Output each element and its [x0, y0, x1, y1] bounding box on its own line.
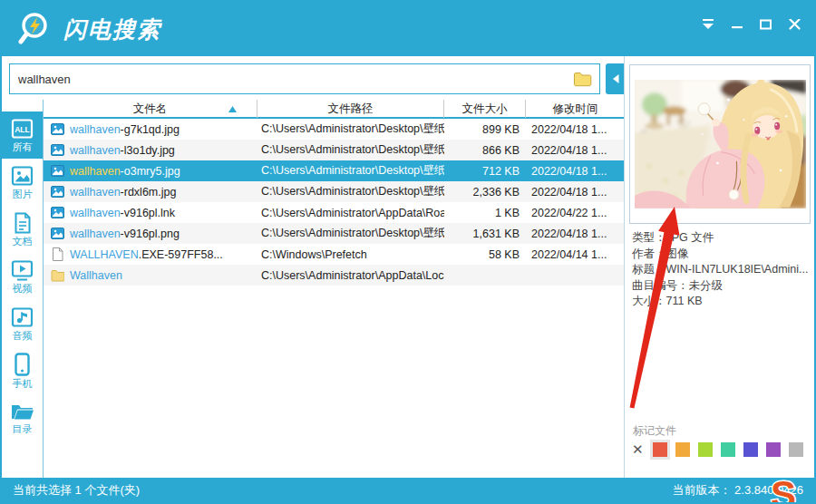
file-size: 58 KB — [444, 248, 526, 261]
app-title: 闪电搜索 — [63, 15, 161, 44]
column-label: 文件大小 — [462, 102, 508, 115]
sidebar-item-label: 目录 — [13, 423, 33, 434]
image-file-icon — [51, 206, 64, 219]
maximize-button[interactable] — [759, 18, 772, 30]
sidebar-item-videos[interactable]: 视频 — [2, 253, 43, 300]
file-path: C:\Users\Administrator\Desktop\壁纸 — [257, 121, 444, 137]
file-name-match: wallhaven — [70, 186, 121, 199]
sidebar-item-directory[interactable]: 目录 — [2, 394, 43, 441]
status-bar: 当前共选择 1 个文件(夹) 当前版本： 2.3.840.0426 — [2, 478, 814, 502]
title-bar: 闪电搜索 — [2, 2, 814, 56]
file-path: C:\Users\Administrator\Desktop\壁纸 — [257, 142, 444, 158]
file-time: 2022/04/18 1... — [526, 123, 625, 136]
svg-text:ALL: ALL — [15, 124, 30, 133]
sidebar-item-audio[interactable]: 音频 — [2, 300, 43, 347]
tag-color-swatch[interactable] — [698, 442, 713, 457]
tag-colors-row: ✕ — [632, 442, 803, 457]
file-size: 1 KB — [444, 207, 526, 219]
file-path: C:\Users\Administrator\Desktop\壁纸 — [257, 163, 444, 179]
collapse-panel-button[interactable] — [606, 63, 626, 94]
column-label: 修改时间 — [553, 102, 598, 115]
table-row[interactable]: wallhaven-g7k1qd.jpg C:\Users\Administra… — [44, 119, 625, 140]
sidebar-item-label: 视频 — [13, 283, 33, 294]
table-row[interactable]: Wallhaven C:\Users\Administrator\AppData… — [44, 265, 625, 286]
file-size: 899 KB — [444, 123, 526, 136]
directory-icon — [10, 402, 34, 422]
tag-color-swatch[interactable] — [789, 442, 803, 457]
sidebar-item-documents[interactable]: 文档 — [2, 206, 43, 253]
file-time: 2022/04/22 1... — [526, 207, 625, 219]
preview-panel: 类型：JPG 文件 作者：图像 标题：WIN-ILN7LUK18IE\Admin… — [624, 56, 814, 478]
meta-type: 类型：JPG 文件 — [632, 230, 811, 247]
file-size: 2,336 KB — [444, 186, 526, 199]
file-path: C:\Users\Administrator\AppData\Local — [257, 269, 444, 282]
file-name-match: WALLHAVEN — [70, 248, 139, 261]
sidebar-item-images[interactable]: 图片 — [2, 159, 43, 206]
sidebar-item-all[interactable]: ALL 所有 — [2, 111, 43, 159]
minimize-button[interactable] — [730, 18, 743, 30]
file-size: 1,631 KB — [444, 228, 526, 240]
image-file-icon — [51, 185, 64, 199]
version-label: 当前版本： 2.3.840.0426 — [672, 482, 803, 499]
table-row[interactable]: wallhaven-rdxl6m.jpg C:\Users\Administra… — [44, 181, 625, 202]
file-path: C:\Users\Administrator\Desktop\壁纸 — [257, 226, 444, 241]
app-window: 闪电搜索 ALL 所有 图片 文档 视频 — [0, 0, 816, 504]
sort-asc-icon — [228, 106, 237, 112]
file-path: C:\Users\Administrator\AppData\Roa... — [257, 207, 444, 219]
sidebar-item-phone[interactable]: 手机 — [2, 347, 43, 394]
app-logo-icon — [16, 9, 56, 49]
table-body: wallhaven-g7k1qd.jpg C:\Users\Administra… — [44, 119, 625, 286]
selection-status: 当前共选择 1 个文件(夹) — [13, 482, 140, 499]
file-name-match: wallhaven — [70, 123, 121, 136]
close-button[interactable] — [788, 18, 801, 30]
column-header-filesize[interactable]: 文件大小 — [444, 100, 526, 118]
file-time: 2022/04/18 1... — [526, 186, 625, 199]
preview-image-frame — [629, 64, 811, 224]
image-file-icon — [51, 143, 64, 157]
file-name-rest: -o3mry5.jpg — [121, 165, 180, 178]
preview-image — [635, 80, 806, 208]
column-header-filename[interactable]: 文件名 — [44, 100, 257, 118]
phone-icon — [14, 353, 31, 376]
file-name-rest: -l3o1dy.jpg — [121, 144, 175, 157]
tag-color-swatch[interactable] — [675, 442, 690, 457]
table-row[interactable]: wallhaven-v916pl.lnk C:\Users\Administra… — [44, 202, 625, 223]
clear-tag-icon[interactable]: ✕ — [632, 442, 644, 457]
tag-color-swatch[interactable] — [721, 442, 735, 457]
menu-icon[interactable] — [701, 18, 714, 30]
meta-author: 作者：图像 — [632, 247, 811, 263]
file-name-match: wallhaven — [70, 228, 121, 240]
table-row[interactable]: wallhaven-l3o1dy.jpg C:\Users\Administra… — [44, 140, 625, 160]
file-time: 2022/04/18 1... — [526, 228, 625, 240]
meta-title: 标题：WIN-ILN7LUK18IE\Admini... — [632, 262, 811, 278]
window-controls — [701, 18, 801, 30]
tag-files-label: 标记文件 — [633, 423, 676, 439]
file-name-match: Wallhaven — [70, 269, 122, 282]
file-name-match: wallhaven — [70, 165, 121, 178]
file-time: 2022/04/18 1... — [526, 165, 625, 178]
column-label: 文件名 — [133, 102, 168, 115]
file-name-rest: .EXE-597FF58... — [139, 248, 223, 261]
table-header: 文件名 文件路径 文件大小 修改时间 — [44, 100, 625, 119]
column-header-filepath[interactable]: 文件路径 — [257, 100, 444, 118]
sidebar-item-label: 所有 — [13, 141, 33, 152]
tag-color-swatch[interactable] — [653, 442, 667, 457]
sidebar-item-label: 图片 — [13, 189, 33, 199]
file-name-rest: -v916pl.png — [121, 228, 180, 240]
table-row[interactable]: wallhaven-v916pl.png C:\Users\Administra… — [44, 223, 625, 244]
sidebar-item-label: 文档 — [13, 236, 33, 247]
browse-folder-icon[interactable] — [573, 71, 592, 87]
search-box — [9, 63, 600, 94]
all-files-icon: ALL — [11, 119, 34, 140]
table-row[interactable]: WALLHAVEN.EXE-597FF58... C:\Windows\Pref… — [44, 244, 625, 265]
tag-color-swatch[interactable] — [766, 442, 781, 457]
column-header-modified[interactable]: 修改时间 — [526, 100, 625, 118]
file-name-match: wallhaven — [70, 207, 121, 219]
table-row[interactable]: wallhaven-o3mry5.jpg C:\Users\Administra… — [44, 160, 625, 181]
file-time: 2022/04/18 1... — [526, 144, 625, 157]
tag-color-swatch[interactable] — [743, 442, 758, 457]
file-metadata: 类型：JPG 文件 作者：图像 标题：WIN-ILN7LUK18IE\Admin… — [632, 230, 811, 310]
image-file-icon — [51, 227, 64, 240]
search-input[interactable] — [10, 64, 599, 93]
category-sidebar: ALL 所有 图片 文档 视频 音频 手机 目录 — [2, 100, 44, 478]
